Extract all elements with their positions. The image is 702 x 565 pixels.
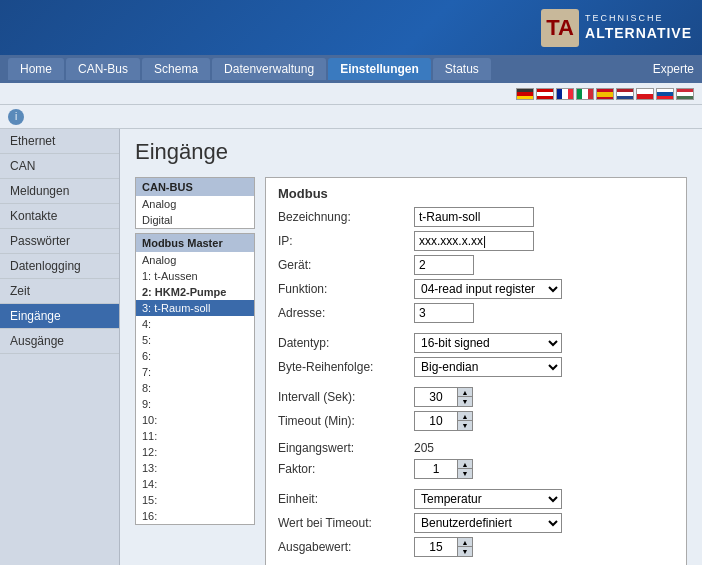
modbus-10[interactable]: 10: xyxy=(136,412,254,428)
byte-reihenfolge-select[interactable]: Big-endian xyxy=(414,357,562,377)
modbus-5[interactable]: 5: xyxy=(136,332,254,348)
header: TA TECHNISCHE ALTERNATIVE xyxy=(0,0,702,55)
intervall-input[interactable] xyxy=(415,390,457,404)
modbus-section-header: Modbus Master xyxy=(136,234,254,252)
sidebar-item-kontakte[interactable]: Kontakte xyxy=(0,204,119,229)
nav-canbus[interactable]: CAN-Bus xyxy=(66,58,140,80)
canbus-digital[interactable]: Digital xyxy=(136,212,254,228)
modbus-7[interactable]: 7: xyxy=(136,364,254,380)
datentyp-label: Datentyp: xyxy=(278,336,408,350)
modbus-8[interactable]: 8: xyxy=(136,380,254,396)
funktion-select[interactable]: 04-read input register xyxy=(414,279,562,299)
ausgabewert-down[interactable]: ▼ xyxy=(458,547,472,556)
modbus-t-aussen[interactable]: 1: t-Aussen xyxy=(136,268,254,284)
faktor-down[interactable]: ▼ xyxy=(458,469,472,478)
datentyp-select[interactable]: 16-bit signed xyxy=(414,333,562,353)
flag-sk[interactable] xyxy=(656,88,674,100)
ausgabewert-label: Ausgabewert: xyxy=(278,540,408,554)
modbus-6[interactable]: 6: xyxy=(136,348,254,364)
flag-nl[interactable] xyxy=(616,88,634,100)
wert-bei-timeout-select[interactable]: Benutzerdefiniert xyxy=(414,513,562,533)
flag-es[interactable] xyxy=(596,88,614,100)
device-panel: CAN-BUS Analog Digital Modbus Master Ana… xyxy=(135,177,255,565)
timeout-label: Timeout (Min): xyxy=(278,414,408,428)
intervall-down[interactable]: ▼ xyxy=(458,397,472,406)
byte-reihenfolge-label: Byte-Reihenfolge: xyxy=(278,360,408,374)
ausgabewert-spinner[interactable]: ▲ ▼ xyxy=(414,537,473,557)
ip-label: IP: xyxy=(278,234,408,248)
bezeichnung-input[interactable] xyxy=(414,207,534,227)
canbus-section-header: CAN-BUS xyxy=(136,178,254,196)
timeout-input[interactable] xyxy=(415,414,457,428)
funktion-label: Funktion: xyxy=(278,282,408,296)
flag-it[interactable] xyxy=(576,88,594,100)
faktor-label: Faktor: xyxy=(278,462,408,476)
experte-label: Experte xyxy=(653,62,694,76)
modbus-13[interactable]: 13: xyxy=(136,460,254,476)
modbus-11[interactable]: 11: xyxy=(136,428,254,444)
eingangswert-value: 205 xyxy=(414,441,434,455)
eingangswert-label: Eingangswert: xyxy=(278,441,408,455)
sidebar-item-ausgaenge[interactable]: Ausgänge xyxy=(0,329,119,354)
modbus-9[interactable]: 9: xyxy=(136,396,254,412)
flag-de[interactable] xyxy=(516,88,534,100)
ausgabewert-up[interactable]: ▲ xyxy=(458,538,472,547)
faktor-input[interactable] xyxy=(415,462,457,476)
sidebar-item-meldungen[interactable]: Meldungen xyxy=(0,179,119,204)
modbus-4[interactable]: 4: xyxy=(136,316,254,332)
faktor-up[interactable]: ▲ xyxy=(458,460,472,469)
adresse-label: Adresse: xyxy=(278,306,408,320)
timeout-down[interactable]: ▼ xyxy=(458,421,472,430)
modbus-14[interactable]: 14: xyxy=(136,476,254,492)
nav-status[interactable]: Status xyxy=(433,58,491,80)
modbus-16[interactable]: 16: xyxy=(136,508,254,524)
infobar: i xyxy=(0,105,702,129)
flagbar xyxy=(0,83,702,105)
wert-bei-timeout-label: Wert bei Timeout: xyxy=(278,516,408,530)
sidebar: Ethernet CAN Meldungen Kontakte Passwört… xyxy=(0,129,120,565)
bezeichnung-label: Bezeichnung: xyxy=(278,210,408,224)
info-icon[interactable]: i xyxy=(8,109,24,125)
modbus-hkm2[interactable]: 2: HKM2-Pumpe xyxy=(136,284,254,300)
modbus-15[interactable]: 15: xyxy=(136,492,254,508)
sidebar-item-passwoerter[interactable]: Passwörter xyxy=(0,229,119,254)
faktor-spinner[interactable]: ▲ ▼ xyxy=(414,459,473,479)
modbus-12[interactable]: 12: xyxy=(136,444,254,460)
flag-fr[interactable] xyxy=(556,88,574,100)
logo-bottom: ALTERNATIVE xyxy=(585,24,692,42)
geraet-input[interactable] xyxy=(414,255,474,275)
modbus-title: Modbus xyxy=(278,186,674,201)
navbar: Home CAN-Bus Schema Datenverwaltung Eins… xyxy=(0,55,702,83)
logo-top: TECHNISCHE xyxy=(585,13,692,25)
sidebar-item-datenlogging[interactable]: Datenlogging xyxy=(0,254,119,279)
einheit-select[interactable]: Temperatur xyxy=(414,489,562,509)
modbus-panel: Modbus Bezeichnung: IP: Gerät: xyxy=(265,177,687,565)
nav-schema[interactable]: Schema xyxy=(142,58,210,80)
modbus-t-raum-soll[interactable]: 3: t-Raum-soll xyxy=(136,300,254,316)
intervall-label: Intervall (Sek): xyxy=(278,390,408,404)
modbus-analog[interactable]: Analog xyxy=(136,252,254,268)
nav-einstellungen[interactable]: Einstellungen xyxy=(328,58,431,80)
ip-input[interactable] xyxy=(414,231,534,251)
sidebar-item-can[interactable]: CAN xyxy=(0,154,119,179)
ausgabewert-input[interactable] xyxy=(415,540,457,554)
geraet-label: Gerät: xyxy=(278,258,408,272)
sidebar-item-ethernet[interactable]: Ethernet xyxy=(0,129,119,154)
timeout-up[interactable]: ▲ xyxy=(458,412,472,421)
intervall-up[interactable]: ▲ xyxy=(458,388,472,397)
timeout-spinner[interactable]: ▲ ▼ xyxy=(414,411,473,431)
sidebar-item-zeit[interactable]: Zeit xyxy=(0,279,119,304)
canbus-analog[interactable]: Analog xyxy=(136,196,254,212)
nav-home[interactable]: Home xyxy=(8,58,64,80)
einheit-label: Einheit: xyxy=(278,492,408,506)
nav-datenverwaltung[interactable]: Datenverwaltung xyxy=(212,58,326,80)
flag-cz[interactable] xyxy=(636,88,654,100)
flag-hu[interactable] xyxy=(676,88,694,100)
page-title: Eingänge xyxy=(135,139,687,165)
adresse-input[interactable] xyxy=(414,303,474,323)
flag-at[interactable] xyxy=(536,88,554,100)
logo-icon: TA xyxy=(541,9,579,47)
sidebar-item-eingaenge[interactable]: Eingänge xyxy=(0,304,119,329)
intervall-spinner[interactable]: ▲ ▼ xyxy=(414,387,473,407)
